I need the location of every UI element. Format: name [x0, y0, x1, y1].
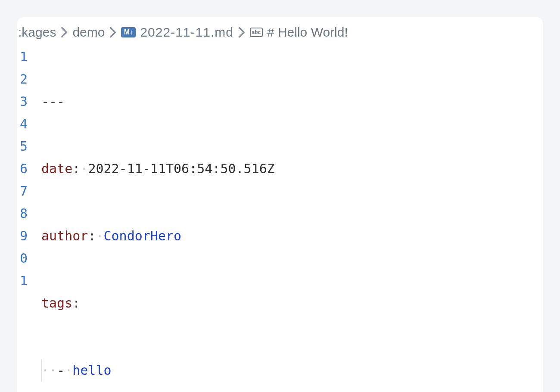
- chevron-right-icon: [109, 26, 117, 38]
- editor-panel: :kages demo M↓ 2022-11-11.md abc # Hello…: [17, 17, 543, 392]
- chevron-right-icon: [60, 26, 68, 38]
- yaml-key: tags: [41, 296, 72, 311]
- line-number: 6: [20, 158, 41, 180]
- line-number: 1: [20, 270, 41, 292]
- yaml-list-item: hello: [72, 363, 111, 378]
- line-number: 9: [20, 225, 41, 247]
- line-number: 0: [20, 247, 41, 270]
- code-line[interactable]: date:·2022-11-11T06:54:50.516Z: [41, 158, 543, 180]
- line-number: 4: [20, 113, 41, 135]
- code-line[interactable]: ---: [41, 90, 543, 113]
- symbol-string-icon: abc: [250, 28, 263, 37]
- yaml-key: author: [41, 228, 88, 243]
- line-number: 7: [20, 180, 41, 202]
- yaml-key: date: [41, 161, 72, 176]
- code-line[interactable]: author:·CondorHero: [41, 225, 543, 247]
- breadcrumb: :kages demo M↓ 2022-11-11.md abc # Hello…: [17, 17, 543, 44]
- line-number: 8: [20, 202, 41, 225]
- breadcrumb-file[interactable]: 2022-11-11.md: [140, 25, 233, 40]
- markdown-file-icon: M↓: [121, 27, 136, 37]
- line-number: 1: [20, 46, 41, 68]
- line-number-gutter: 1 2 3 4 5 6 7 8 9 0 1: [17, 46, 41, 392]
- frontmatter-delim: ---: [41, 94, 65, 109]
- breadcrumb-item[interactable]: demo: [72, 25, 105, 40]
- line-number: 2: [20, 68, 41, 90]
- breadcrumb-symbol[interactable]: # Hello World!: [267, 25, 348, 40]
- breadcrumb-item[interactable]: :kages: [18, 25, 56, 40]
- chevron-right-icon: [238, 26, 246, 38]
- code-editor[interactable]: 1 2 3 4 5 6 7 8 9 0 1 --- date:·2022-11-…: [17, 44, 543, 392]
- code-line[interactable]: ··-·hello: [41, 359, 543, 382]
- line-number: 3: [20, 90, 41, 113]
- yaml-value: 2022-11-11T06:54:50.516Z: [88, 161, 274, 176]
- code-line[interactable]: tags:: [41, 292, 543, 314]
- code-content[interactable]: --- date:·2022-11-11T06:54:50.516Z autho…: [41, 46, 543, 392]
- yaml-value: CondorHero: [104, 228, 182, 243]
- line-number: 5: [20, 135, 41, 158]
